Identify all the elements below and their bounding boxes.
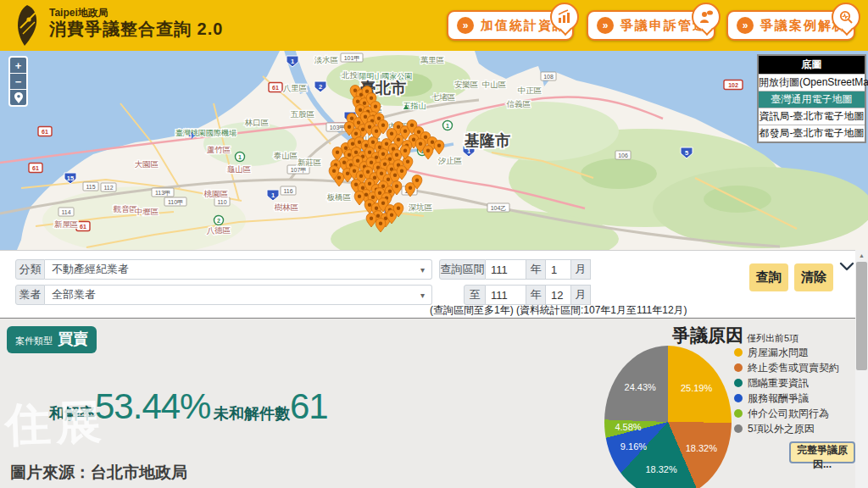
double-chevron-icon: » [457, 17, 474, 34]
layer-option[interactable]: 資訊局-臺北市電子地圖 [759, 108, 865, 125]
vendor-selected-value: 全部業者 [52, 287, 96, 302]
route-shield: 61 [269, 83, 282, 92]
watermark: 住展 [4, 391, 108, 457]
page-title: 消費爭議整合查詢 2.0 [49, 19, 223, 39]
route-shield: 113甲 [152, 188, 174, 197]
scroll-up-arrow[interactable]: ▲ [855, 250, 868, 260]
stats-panel: 案件類型 買賣 和解率 53.44% 未和解件數 61 爭議原因 僅列出前5項 … [0, 318, 868, 488]
nav-button-complaint-channel[interactable]: » 爭議申訴管道 [587, 10, 715, 41]
layer-control-title: 底圖 [759, 56, 865, 74]
svg-text:1: 1 [291, 58, 294, 65]
clear-button[interactable]: 清除 [794, 263, 833, 291]
legend-item: 房屋漏水問題 [734, 345, 839, 360]
category-label: 分類 [15, 259, 45, 280]
svg-text:61: 61 [32, 165, 39, 171]
legend-color-dot [734, 424, 743, 433]
route-shield: 110 [214, 197, 230, 206]
end-year-input[interactable] [486, 285, 526, 305]
vendor-select[interactable]: 全部業者 ▾ [45, 285, 432, 305]
district-label: 深坑區 [409, 202, 433, 212]
category-selected-value: 不動產經紀業者 [52, 262, 129, 277]
settle-rate-value: 53.44% [95, 386, 210, 427]
legend-label: 隱瞞重要資訊 [748, 376, 809, 391]
svg-text:106: 106 [618, 152, 628, 158]
route-shield: 104乙 [487, 203, 509, 212]
pie-chart-title: 爭議原因 [672, 324, 743, 347]
legend-item: 服務報酬爭議 [734, 391, 839, 406]
route-shield: 108 [541, 72, 556, 80]
legend-color-dot [734, 379, 743, 387]
district-label: 中正區 [518, 86, 542, 95]
pie-chart-subtitle: 僅列出前5項 [747, 332, 798, 345]
district-label: 龜山區 [227, 164, 252, 174]
image-source-text: 圖片來源：台北市地政局 [10, 462, 187, 484]
layer-option[interactable]: 臺灣通用電子地圖 [759, 91, 865, 108]
locate-pin-button[interactable] [10, 90, 26, 105]
full-dispute-reason-button[interactable]: 完整爭議原因... [789, 441, 855, 463]
range-note: (查詢區間至多1年) (資料統計區間:107年1月至111年12月) [430, 303, 687, 318]
svg-text:61: 61 [80, 224, 86, 230]
map-zoom-control: + − [8, 56, 28, 107]
start-year-input[interactable] [486, 259, 526, 280]
zoom-in-button[interactable]: + [10, 58, 26, 74]
zoom-out-button[interactable]: − [10, 74, 26, 90]
start-month-input[interactable] [546, 259, 571, 280]
district-label: 泰山區 [274, 151, 298, 160]
pie-chart-title-block: 爭議原因 僅列出前5項 [672, 324, 798, 347]
legend-label: 終止委售或買賣契約 [748, 361, 839, 375]
search-button[interactable]: 查詢 [749, 263, 788, 291]
svg-text:2: 2 [319, 83, 322, 91]
legend-label: 房屋漏水問題 [748, 346, 809, 360]
nav-button-statistics[interactable]: » 加值統計資訊 [447, 10, 574, 41]
double-chevron-icon: » [737, 17, 754, 34]
svg-text:115: 115 [86, 184, 95, 190]
svg-text:1: 1 [238, 154, 242, 160]
route-shield: 110甲 [164, 197, 186, 206]
year-unit-label: 年 [526, 259, 546, 280]
map-container[interactable]: 11315112561616161102115112113甲110甲110114… [0, 51, 868, 250]
svg-text:61: 61 [42, 129, 48, 135]
route-shield: 116 [281, 186, 296, 195]
case-type-badge: 案件類型 買賣 [7, 326, 97, 353]
legend-item: 終止委售或買賣契約 [734, 360, 839, 375]
svg-text:5: 5 [685, 149, 688, 157]
route-shield: 61 [76, 222, 90, 231]
district-label: 七堵區 [431, 92, 456, 102]
end-month-input[interactable] [546, 285, 571, 305]
svg-text:113甲: 113甲 [155, 190, 170, 197]
svg-text:116: 116 [283, 188, 292, 194]
nav-button-case-analysis[interactable]: » 爭議案例解析 [726, 10, 855, 41]
double-chevron-icon: » [597, 17, 614, 34]
pie-slice-value-label: 18.32% [645, 464, 676, 474]
layer-options: 開放街圖(OpenStreetMap)臺灣通用電子地圖資訊局-臺北市電子地圖都發… [759, 74, 865, 141]
map-canvas[interactable]: 11315112561616161102115112113甲110甲110114… [0, 51, 868, 250]
route-shield: 1 [236, 152, 245, 162]
unsettled-count-value: 61 [290, 386, 328, 427]
vertical-scrollbar[interactable]: ▲ [855, 250, 868, 488]
district-label: 樹林區 [275, 202, 299, 212]
route-shield: 61 [38, 127, 52, 136]
category-select[interactable]: 不動產經紀業者 ▾ [45, 259, 432, 280]
pie-slice-value-label: 25.19% [681, 383, 712, 393]
vendor-label: 業者 [15, 285, 45, 305]
chevron-down-icon: ▾ [420, 291, 425, 300]
year-unit-label: 年 [526, 285, 546, 305]
route-shield: 2 [214, 216, 224, 225]
district-label: 桃園區 [203, 189, 229, 198]
layer-option[interactable]: 都發局-臺北市電子地圖 [759, 125, 865, 141]
layer-option[interactable]: 開放街圖(OpenStreetMap) [759, 74, 865, 91]
legend-color-dot [734, 409, 743, 418]
scrollbar-thumb[interactable] [856, 262, 867, 370]
route-shield: 114 [58, 208, 74, 216]
collapse-panel-chevron-icon[interactable] [839, 259, 854, 274]
pie-legend: 房屋漏水問題終止委售或買賣契約隱瞞重要資訊服務報酬爭議仲介公司欺罔行為5項以外之… [734, 345, 839, 436]
pie-slice-value-label: 9.16% [620, 441, 647, 452]
legend-color-dot [734, 363, 743, 372]
pie-slice-value-label: 24.43% [625, 382, 656, 392]
basemap-layer-control: 底圖 開放街圖(OpenStreetMap)臺灣通用電子地圖資訊局-臺北市電子地… [757, 54, 866, 143]
district-label: 淡水區 [314, 55, 339, 64]
poi-label: 臺灣桃園國際機場 [175, 129, 236, 137]
chevron-down-icon: ▾ [420, 265, 425, 274]
svg-text:108: 108 [543, 74, 554, 80]
month-unit-label: 月 [571, 285, 591, 305]
